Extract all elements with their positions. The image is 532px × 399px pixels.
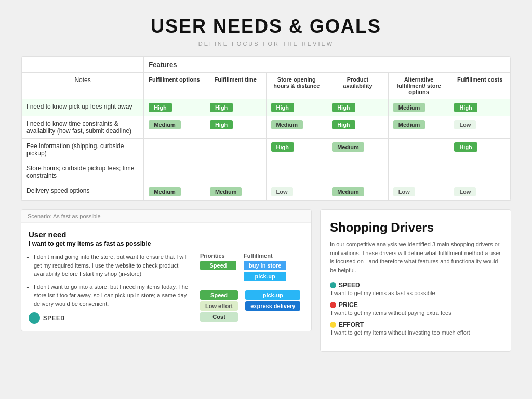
table-row-2-col-store_opening: High <box>266 139 327 161</box>
table-row-4-col-alternative_fulfillment: Low <box>388 183 449 201</box>
table-row-3-col-store_opening <box>266 161 327 183</box>
user-need-subtitle: I want to get my items as fast as possib… <box>29 240 304 247</box>
table-row-3-col-alternative_fulfillment <box>388 161 449 183</box>
scenario-bar: Scenario: As fast as possible <box>21 210 311 223</box>
badge-2-product_availability: Medium <box>332 142 364 152</box>
table-row-4-col-fulfillment_time: Medium <box>205 183 266 201</box>
table-row-2-col-fulfillment_costs: High <box>449 139 511 161</box>
badge-1-alternative_fulfillment: Medium <box>393 120 425 129</box>
table-row-1-col-product_availability: High <box>327 116 389 139</box>
driver-price-label: PRICE <box>339 301 358 309</box>
speed-dot <box>29 312 40 324</box>
user-need-bullets: I don't mind going into the store, but w… <box>29 252 192 308</box>
badge-1-fulfillment_options: Medium <box>149 120 181 129</box>
table-row-0-col-fulfillment_costs: High <box>449 99 511 116</box>
badge-0-fulfillment_time: High <box>210 103 233 112</box>
fulfillment-buy-in-store: buy in store <box>244 261 286 270</box>
scenario-bar-label: Scenario: As fast as possible <box>28 213 101 219</box>
badge-0-product_availability: High <box>332 103 355 112</box>
badge-0-fulfillment_costs: High <box>454 103 477 112</box>
bullet-1: I don't mind going into the store, but w… <box>34 252 192 278</box>
driver-effort-label: EFFORT <box>339 321 364 328</box>
page-title: USER NEEDS & GOALS <box>21 16 511 37</box>
table-row-0-col-alternative_fulfillment: Medium <box>388 99 449 116</box>
col-header-notes-label: Notes <box>22 73 144 99</box>
driver-price-title: PRICE <box>330 301 501 309</box>
col-header-fulfillment-costs: Fulfillment costs <box>449 73 511 99</box>
fulfillment-pickup-1: pick-up <box>244 272 286 281</box>
priority-speed-1: Speed <box>200 261 236 270</box>
table-row-3-col-fulfillment_costs <box>449 161 511 183</box>
badge-0-store_opening: High <box>271 103 294 112</box>
table-row-4-col-notes: Delivery speed options <box>22 183 144 201</box>
table-row-2-col-product_availability: Medium <box>327 139 389 161</box>
badge-4-store_opening: Low <box>271 187 293 196</box>
priority-speed-2: Speed <box>200 290 238 300</box>
speed-color-dot <box>330 282 336 288</box>
table-row-0-col-fulfillment_options: High <box>144 99 205 116</box>
badge-0-alternative_fulfillment: Medium <box>393 103 425 112</box>
features-table-section: Features Notes Fulfillment options Fulfi… <box>21 56 511 201</box>
badge-1-product_availability: High <box>332 120 355 129</box>
effort-color-dot <box>330 322 336 328</box>
table-row-0-col-store_opening: High <box>266 99 327 116</box>
page-subtitle: DEFINE FOCUS FOR THE REVIEW <box>21 41 511 47</box>
table-row-3-col-notes: Store hours; curbside pickup fees; time … <box>22 161 144 183</box>
badge-2-store_opening: High <box>271 142 294 152</box>
table-row-2-col-fulfillment_options <box>144 139 205 161</box>
features-header: Features <box>144 57 511 73</box>
col-header-notes <box>22 57 144 73</box>
table-row-1-col-store_opening: Medium <box>266 116 327 139</box>
page-header: USER NEEDS & GOALS DEFINE FOCUS FOR THE … <box>21 16 511 47</box>
table-row-3-col-product_availability <box>327 161 389 183</box>
priorities-label: Priorities <box>200 252 236 259</box>
table-row-0-col-notes: I need to know pick up fees right away <box>22 99 144 116</box>
table-row-4-col-store_opening: Low <box>266 183 327 201</box>
bullet-2: I don't want to go into a store, but I n… <box>34 283 192 309</box>
table-row-1-col-alternative_fulfillment: Medium <box>388 116 449 139</box>
driver-speed-label: SPEED <box>339 282 360 289</box>
fulfillment-express-delivery: express delivery <box>245 301 300 311</box>
driver-speed-title: SPEED <box>330 282 501 289</box>
table-row-4-col-fulfillment_costs: Low <box>449 183 511 201</box>
table-row-1-col-fulfillment_time: High <box>205 116 266 139</box>
badge-0-fulfillment_options: High <box>149 103 171 112</box>
table-row-2-col-fulfillment_time <box>205 139 266 161</box>
price-color-dot <box>330 302 336 308</box>
badge-4-alternative_fulfillment: Low <box>393 187 415 196</box>
table-row-1-col-fulfillment_costs: Low <box>449 116 511 139</box>
shopping-drivers-title: Shopping Drivers <box>330 220 501 235</box>
driver-price: PRICE I want to get my items without pay… <box>330 301 501 316</box>
scenario-panel: Scenario: As fast as possible User need … <box>21 209 312 331</box>
table-row-4-col-fulfillment_options: Medium <box>144 183 205 201</box>
table-row-3-col-fulfillment_options <box>144 161 205 183</box>
table-row-1-col-fulfillment_options: Medium <box>144 116 205 139</box>
fulfillment-label: Fulfillment <box>244 252 286 259</box>
driver-speed-desc: I want to get my items as fast as possib… <box>330 290 501 296</box>
driver-price-desc: I want to get my items without paying ex… <box>330 310 501 316</box>
badge-1-fulfillment_time: High <box>210 120 233 129</box>
table-row-0-col-product_availability: High <box>327 99 389 116</box>
badge-2-fulfillment_costs: High <box>454 142 477 152</box>
fulfillment-pickup-2: pick-up <box>245 290 300 300</box>
table-row-0-col-fulfillment_time: High <box>205 99 266 116</box>
table-row-2-col-alternative_fulfillment <box>388 139 449 161</box>
col-header-alternative-fulfillment: Alternative fulfillment/ store options <box>388 73 449 99</box>
badge-4-fulfillment_time: Medium <box>210 187 242 196</box>
badge-4-fulfillment_options: Medium <box>149 187 181 196</box>
col-header-fulfillment-time: Fulfillment time <box>205 73 266 99</box>
priority-cost: Cost <box>200 312 238 322</box>
col-header-product-availability: Product availability <box>327 73 389 99</box>
speed-label: SPEED <box>43 315 65 321</box>
driver-effort: EFFORT I want to get my items without in… <box>330 321 501 336</box>
table-row-2-col-notes: Fee information (shipping, curbside pick… <box>22 139 144 161</box>
shopping-drivers-panel: Shopping Drivers In our competitive anal… <box>320 209 511 352</box>
page: USER NEEDS & GOALS DEFINE FOCUS FOR THE … <box>0 0 532 399</box>
table-row-1-col-notes: I need to know time constraints & availa… <box>22 116 144 139</box>
features-table: Features Notes Fulfillment options Fulfi… <box>21 57 511 201</box>
driver-speed: SPEED I want to get my items as fast as … <box>330 282 501 296</box>
badge-1-store_opening: Medium <box>271 120 303 129</box>
badge-4-product_availability: Medium <box>332 187 364 196</box>
col-header-store-opening: Store opening hours & distance <box>266 73 327 99</box>
speed-indicator: SPEED <box>29 312 192 324</box>
